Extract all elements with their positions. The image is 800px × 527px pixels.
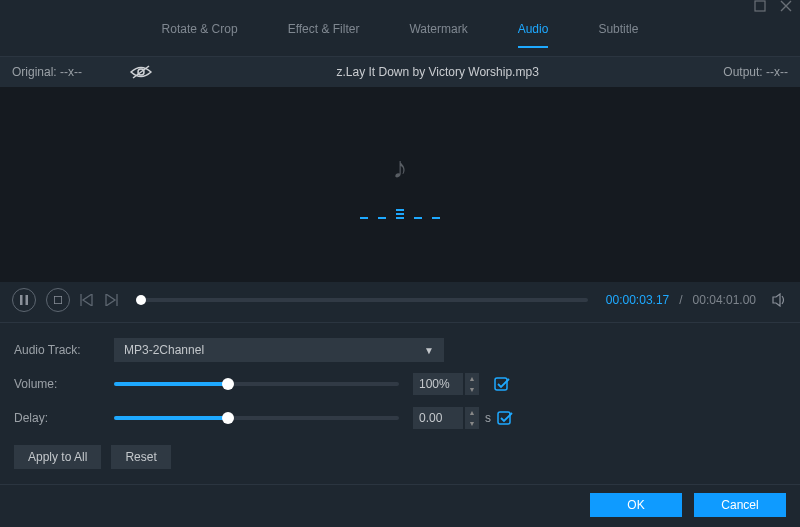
music-note-icon: ♪ <box>360 151 440 185</box>
pause-button[interactable] <box>12 288 36 312</box>
delay-unit: s <box>485 411 491 425</box>
delay-stepper[interactable]: ▲ ▼ <box>465 407 479 429</box>
info-bar: Original: --x-- z.Lay It Down by Victory… <box>0 57 800 87</box>
audio-controls: Audio Track: MP3-2Channel ▼ Volume: 100%… <box>0 323 800 441</box>
time-current: 00:00:03.17 <box>606 293 669 307</box>
svg-rect-4 <box>26 295 29 305</box>
original-label: Original: --x-- <box>12 65 82 79</box>
close-button[interactable] <box>780 0 792 12</box>
delay-label: Delay: <box>14 411 114 425</box>
tab-bar: Rotate & Crop Effect & Filter Watermark … <box>0 18 800 56</box>
footer: OK Cancel <box>0 484 800 527</box>
maximize-button[interactable] <box>754 0 766 12</box>
filename-label: z.Lay It Down by Victory Worship.mp3 <box>152 65 723 79</box>
ok-button[interactable]: OK <box>590 493 682 517</box>
tab-effect-filter[interactable]: Effect & Filter <box>288 22 360 48</box>
volume-value-input[interactable]: 100% <box>413 373 463 395</box>
tab-rotate-crop[interactable]: Rotate & Crop <box>162 22 238 48</box>
stop-button[interactable] <box>46 288 70 312</box>
volume-icon[interactable] <box>772 293 788 307</box>
volume-apply-icon[interactable] <box>494 376 510 392</box>
reset-button[interactable]: Reset <box>111 445 170 469</box>
time-separator: / <box>679 293 682 307</box>
equalizer-icon <box>360 203 440 219</box>
chevron-down-icon: ▼ <box>424 345 434 356</box>
delay-step-up[interactable]: ▲ <box>465 407 479 418</box>
apply-to-all-button[interactable]: Apply to All <box>14 445 101 469</box>
delay-apply-icon[interactable] <box>497 410 513 426</box>
delay-slider[interactable] <box>114 416 399 420</box>
preview-area: ♪ <box>0 87 800 282</box>
time-total: 00:04:01.00 <box>693 293 756 307</box>
delay-step-down[interactable]: ▼ <box>465 418 479 429</box>
delay-value-input[interactable]: 0.00 <box>413 407 463 429</box>
output-label: Output: --x-- <box>723 65 788 79</box>
volume-slider[interactable] <box>114 382 399 386</box>
volume-stepper[interactable]: ▲ ▼ <box>465 373 479 395</box>
audio-track-value: MP3-2Channel <box>124 343 204 357</box>
svg-rect-3 <box>20 295 23 305</box>
tab-subtitle[interactable]: Subtitle <box>598 22 638 48</box>
volume-step-down[interactable]: ▼ <box>465 384 479 395</box>
svg-rect-5 <box>54 296 62 304</box>
preview-toggle-icon[interactable] <box>130 65 152 79</box>
transport-bar: 00:00:03.17/00:04:01.00 <box>0 282 800 322</box>
volume-step-up[interactable]: ▲ <box>465 373 479 384</box>
seek-slider[interactable] <box>136 298 588 302</box>
tab-audio[interactable]: Audio <box>518 22 549 48</box>
spacer <box>485 377 488 391</box>
prev-button[interactable] <box>80 294 94 306</box>
svg-rect-0 <box>755 1 765 11</box>
volume-label: Volume: <box>14 377 114 391</box>
cancel-button[interactable]: Cancel <box>694 493 786 517</box>
audio-track-select[interactable]: MP3-2Channel ▼ <box>114 338 444 362</box>
tab-watermark[interactable]: Watermark <box>409 22 467 48</box>
audio-track-label: Audio Track: <box>14 343 114 357</box>
next-button[interactable] <box>104 294 118 306</box>
